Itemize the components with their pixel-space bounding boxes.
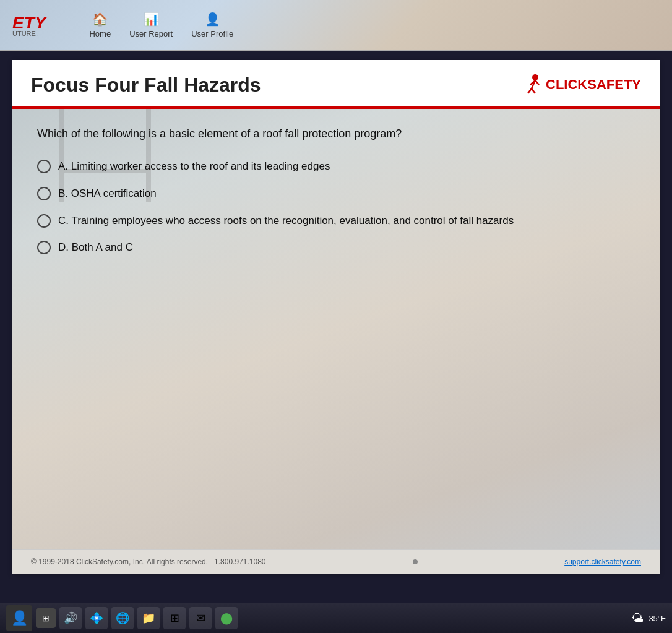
weather-temp: 35°F [648,614,666,623]
nav-item-user-report[interactable]: 📊 User Report [129,12,173,38]
option-d[interactable]: D. Both A and C [37,240,635,255]
option-b-label: B. OSHA certification [58,186,157,201]
footer-copyright: © 1999-2018 ClickSafety.com, Inc. All ri… [31,558,266,566]
quiz-content: Which of the following is a basic elemen… [12,109,660,549]
quiz-overlay: Which of the following is a basic elemen… [12,109,660,273]
main-content-area: Focus Four Fall Hazards CLICKSAFETY [12,60,660,574]
taskbar-btn-show-desktop[interactable]: ⊞ [36,608,56,628]
taskbar-app-edge[interactable]: 🌐 [111,607,134,629]
nav-bar: ETY UTURE. 🏠 Home 📊 User Report 👤 User P… [0,0,672,51]
taskbar-right: 🌤 35°F [631,611,666,626]
radio-b[interactable] [37,187,51,200]
taskbar-left: 👤 ⊞ 🔊 💠 🌐 📁 ⊞ ✉ ⬤ [6,605,238,631]
option-c[interactable]: C. Training employees who access roofs o… [37,213,635,228]
brand-logo: CLICKSAFETY [518,72,641,97]
page-title: Focus Four Fall Hazards [31,74,261,97]
option-d-label: D. Both A and C [58,240,133,255]
taskbar-app-chrome[interactable]: ⬤ [215,607,238,629]
radio-d[interactable] [37,241,51,254]
taskbar-app-folder[interactable]: 📁 [137,607,160,629]
option-a-label: A. Limiting worker access to the roof an… [58,159,330,174]
option-b[interactable]: B. OSHA certification [37,186,635,201]
taskbar-app-sound[interactable]: 🔊 [59,607,82,629]
nav-user-profile-label: User Profile [191,29,233,38]
taskbar-app-mail[interactable]: ✉ [189,607,212,629]
svg-line-5 [535,80,539,85]
nav-item-home[interactable]: 🏠 Home [89,12,111,38]
user-profile-icon: 👤 [205,12,220,27]
weather-icon: 🌤 [631,611,644,626]
question-text: Which of the following is a basic elemen… [37,127,635,140]
support-link[interactable]: support.clicksafety.com [564,558,641,566]
taskbar-app-blue[interactable]: 💠 [85,607,108,629]
nav-item-user-profile[interactable]: 👤 User Profile [191,12,233,38]
taskbar: 👤 ⊞ 🔊 💠 🌐 📁 ⊞ ✉ ⬤ 🌤 35°F [0,603,672,633]
user-report-icon: 📊 [144,12,159,27]
radio-a[interactable] [37,160,51,173]
content-footer: © 1999-2018 ClickSafety.com, Inc. All ri… [12,549,660,574]
svg-line-3 [532,88,535,93]
option-a[interactable]: A. Limiting worker access to the roof an… [37,159,635,174]
brand-name: CLICKSAFETY [546,77,641,93]
footer-dot [413,559,418,564]
nav-links: 🏠 Home 📊 User Report 👤 User Profile [89,12,233,38]
svg-point-0 [532,74,538,80]
options-list: A. Limiting worker access to the roof an… [37,159,635,255]
radio-c[interactable] [37,214,51,228]
option-c-label: C. Training employees who access roofs o… [58,213,514,228]
taskbar-app-windows[interactable]: ⊞ [163,607,186,629]
logo-subtext: UTURE. [12,30,64,37]
brand-figure-icon [518,72,543,97]
home-icon: 🏠 [92,12,108,27]
nav-user-report-label: User Report [129,29,173,38]
content-header: Focus Four Fall Hazards CLICKSAFETY [12,60,660,109]
svg-line-2 [528,88,532,93]
taskbar-avatar: 👤 [6,605,32,631]
nav-home-label: Home [89,29,111,38]
